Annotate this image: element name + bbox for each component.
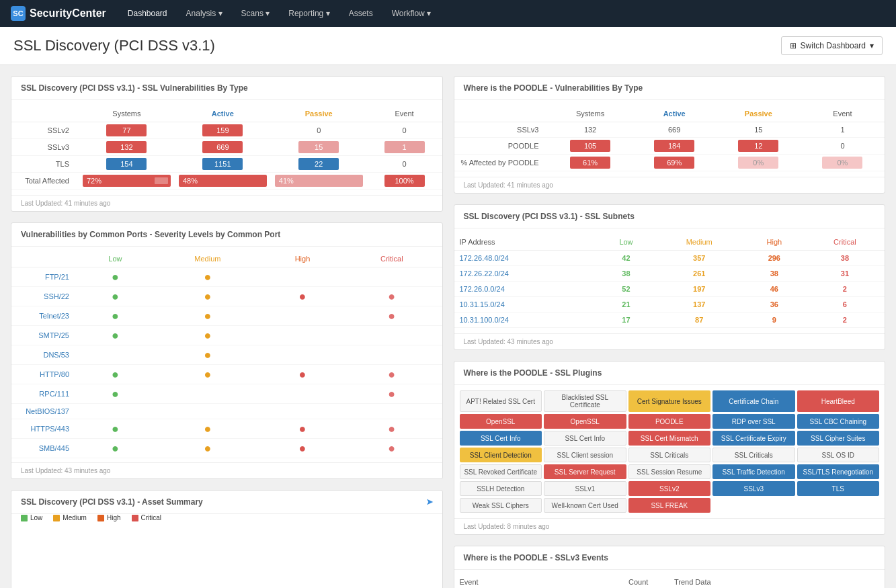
subnets-footer: Last Updated: 43 minutes ago [454, 333, 885, 349]
plugin-button[interactable]: SSL Server Request [544, 464, 626, 479]
ssl-plugins-title: Where is the POODLE - SSL Plugins [464, 368, 602, 378]
plugin-button[interactable]: POODLE [628, 414, 711, 429]
row-label: SMB/445 [11, 439, 79, 458]
plugin-button[interactable]: SSL Revoked Certificate [460, 464, 542, 479]
plugin-button[interactable]: SSL OS ID [797, 448, 880, 462]
plugin-button[interactable]: Cert Signature Issues [628, 390, 711, 412]
plugin-button[interactable]: SSL CBC Chaining [797, 414, 880, 429]
th-passive: Passive [271, 106, 367, 122]
plugin-button[interactable]: SSL Criticals [628, 448, 711, 462]
dot-cell [152, 404, 263, 419]
sslv3-events-title: Where is the POODLE - SSLv3 Events [464, 553, 608, 562]
event-cell: 0 [367, 122, 442, 139]
plugin-button[interactable]: OpenSSL [460, 414, 542, 429]
passive-cell: 15 [271, 139, 367, 156]
ip-cell: 172.26.48.0/24 [454, 251, 598, 266]
plugin-button [797, 498, 880, 513]
plugin-button[interactable]: Certificate Chain [712, 390, 795, 412]
th-count: Count [623, 574, 669, 588]
plugin-button[interactable]: APT! Related SSL Cert [460, 390, 542, 412]
switch-dashboard-button[interactable]: ⊞ Switch Dashboard ▾ [781, 36, 883, 55]
plugin-button[interactable]: RDP over SSL [712, 414, 795, 429]
th-systems: Systems [79, 106, 175, 122]
nav-analysis[interactable]: Analysis ▾ [178, 5, 231, 22]
subnets-table-container: IP Address Low Medium High Critical 172.… [454, 228, 885, 333]
plugin-button[interactable]: SSLH Detection [460, 481, 542, 496]
dot-cell: ● [341, 384, 442, 404]
dot-cell [263, 306, 341, 326]
plugin-button[interactable]: OpenSSL [544, 414, 626, 429]
th-trend: Trend Data [669, 574, 885, 588]
plugin-button[interactable]: SSLv2 [628, 481, 711, 496]
plugin-button[interactable]: Well-known Cert Used [544, 498, 626, 513]
table-row: SSLv2 77 159 0 0 [11, 122, 442, 139]
row-label: HTTP/80 [11, 365, 79, 384]
high-cell: 9 [743, 312, 805, 328]
plugin-button[interactable]: SSL FREAK [628, 498, 711, 513]
th-empty [454, 106, 548, 122]
plugin-button[interactable]: SSL Cert Mismatch [628, 431, 711, 446]
event-cell: 100% [367, 173, 442, 190]
event-cell: 0 [801, 138, 885, 155]
nav-assets[interactable]: Assets [341, 5, 381, 22]
table-row: SMB/445●●●● [11, 439, 442, 458]
th-empty [11, 251, 79, 267]
row-label: SMTP/25 [11, 326, 79, 345]
medium-cell: 197 [655, 282, 743, 297]
th-passive: Passive [717, 106, 801, 122]
row-label: SSLv3 [454, 122, 548, 138]
row-label: % Affected by POODLE [454, 155, 548, 171]
plugin-button[interactable]: SSL Client Detection [460, 448, 542, 462]
plugin-button[interactable]: SSL Traffic Detection [712, 464, 795, 479]
switch-dashboard-label: Switch Dashboard [801, 41, 866, 50]
ssl-vuln-footer: Last Updated: 41 minutes ago [11, 195, 442, 211]
plugin-button[interactable]: SSL Cipher Suites [797, 431, 880, 446]
plugin-button[interactable]: SSL Cert Info [544, 431, 626, 446]
events-table-container: Event Count Trend Data Apache-DHE_RSA_Co… [454, 570, 885, 588]
th-medium: Medium [152, 251, 263, 267]
legend-label-low: Low [30, 514, 42, 521]
legend-dot-critical [132, 515, 138, 521]
plugin-button[interactable]: HeartBleed [797, 390, 880, 412]
passive-cell: 41% [271, 173, 367, 190]
dot-cell: ● [152, 267, 263, 287]
plugin-button[interactable]: SSLv3 [712, 481, 795, 496]
plugin-button[interactable]: Blacklisted SSL Certificate [544, 390, 626, 412]
table-row: TLS 154 1151 22 0 [11, 156, 442, 173]
events-table: Event Count Trend Data Apache-DHE_RSA_Co… [454, 574, 885, 588]
medium-cell: 137 [655, 297, 743, 312]
asset-chart [11, 526, 442, 588]
ip-cell: 10.31.100.0/24 [454, 312, 598, 328]
dot-cell [263, 326, 341, 345]
plugin-button[interactable]: SSL Session Resume [628, 464, 711, 479]
plugin-button[interactable]: Weak SSL Ciphers [460, 498, 542, 513]
nav-workflow[interactable]: Workflow ▾ [384, 5, 439, 22]
poodle-table-container: Systems Active Passive Event SSLv3 132 6… [454, 100, 885, 177]
dot-cell [263, 267, 341, 287]
plugin-button[interactable]: SSL Client session [544, 448, 626, 462]
nav-reporting[interactable]: Reporting ▾ [280, 5, 337, 22]
event-cell: 1 [367, 139, 442, 156]
systems-cell: 72% [79, 173, 175, 190]
nav-dashboard[interactable]: Dashboard [120, 5, 175, 22]
nav-scans[interactable]: Scans ▾ [233, 5, 278, 22]
plugin-button[interactable]: SSL Certificate Expiry [712, 431, 795, 446]
subnets-panel: SSL Discovery (PCI DSS v3.1) - SSL Subne… [454, 204, 886, 350]
plugin-button[interactable]: SSL/TLS Renegotiation [797, 464, 880, 479]
dot-cell: ● [263, 439, 341, 458]
plugin-button[interactable]: TLS [797, 481, 880, 496]
vuln-ports-title: Vulnerabilities by Common Ports - Severi… [21, 230, 280, 239]
high-cell: 38 [743, 266, 805, 282]
table-row: % Affected by POODLE 61% 69% 0% 0% [454, 155, 885, 171]
critical-cell: 2 [805, 312, 885, 328]
dot-cell: ● [341, 365, 442, 384]
low-cell: 38 [597, 266, 655, 282]
plugin-button[interactable]: SSL Criticals [712, 448, 795, 462]
ssl-plugins-header: Where is the POODLE - SSL Plugins [454, 362, 885, 385]
expand-icon[interactable]: ➤ [426, 497, 433, 507]
dot-cell [263, 404, 341, 419]
systems-cell: 154 [79, 156, 175, 173]
plugin-button[interactable]: SSLv1 [544, 481, 626, 496]
plugin-button[interactable]: SSL Cert Info [460, 431, 542, 446]
active-cell: 1151 [175, 156, 271, 173]
